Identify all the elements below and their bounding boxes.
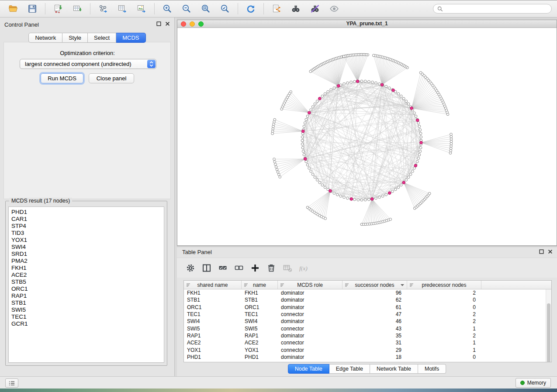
export-table-button[interactable] — [114, 2, 130, 15]
tab-edge-table[interactable]: Edge Table — [329, 364, 370, 374]
memory-button[interactable]: Memory — [515, 378, 551, 388]
close-panel-icon[interactable] — [165, 21, 170, 26]
network-graph[interactable] — [177, 28, 557, 245]
tab-motifs[interactable]: Motifs — [418, 364, 446, 374]
close-panel-icon[interactable] — [548, 249, 553, 254]
table-row-yox1[interactable]: YOX1YOX1connector291 — [184, 346, 551, 353]
zoom-fit-content-button[interactable] — [198, 2, 214, 15]
table-row-swi4[interactable]: SWI4SWI4dominator462 — [184, 318, 551, 325]
zoom-out-button[interactable] — [179, 2, 194, 15]
tab-network-table[interactable]: Network Table — [370, 364, 418, 374]
column-header-successor-nodes[interactable]: successor nodes — [343, 281, 407, 289]
save-session-button[interactable] — [24, 2, 40, 15]
column-header-shared-name[interactable]: shared name — [184, 281, 242, 289]
mcds-result-node[interactable]: PHD1 — [9, 209, 164, 216]
mcds-result-node[interactable]: SWI4 — [9, 244, 164, 251]
search-input[interactable] — [446, 5, 547, 12]
mcds-result-node[interactable]: SRD1 — [9, 251, 164, 258]
network-canvas[interactable] — [177, 28, 557, 245]
deselect-all-button[interactable] — [234, 261, 244, 275]
table-row-tec1[interactable]: TEC1TEC1connector472 — [184, 311, 551, 318]
cell-predecessor: 0 — [407, 297, 481, 303]
mcds-result-node[interactable]: ORC1 — [9, 285, 164, 292]
delete-entry-button[interactable] — [266, 261, 276, 275]
open-session-button[interactable] — [5, 2, 21, 15]
column-sort-icon — [409, 283, 414, 287]
tab-style[interactable]: Style — [62, 33, 88, 43]
table-row-phd1[interactable]: PHD1PHD1dominator180 — [184, 354, 551, 361]
mcds-result-node[interactable]: TID3 — [9, 230, 164, 237]
mcds-result-list[interactable]: PHD1CAR1STP4TID3YOX1SWI4SRD1PMA2FKH1ACE2… — [8, 206, 164, 363]
mcds-result-node[interactable]: YOX1 — [9, 237, 164, 244]
cell-name: STB1 — [242, 297, 278, 303]
window-minimize-button[interactable] — [190, 21, 195, 27]
mcds-result-node[interactable]: CAR1 — [9, 216, 164, 223]
table-row-swi5[interactable]: SWI5SWI5connector431 — [184, 325, 551, 332]
tab-select[interactable]: Select — [88, 33, 116, 43]
cell-mcds_role: dominator — [278, 290, 343, 296]
mcds-result-node[interactable]: STB1 — [9, 299, 164, 306]
export-image-icon — [136, 3, 147, 14]
table-row-rap1[interactable]: RAP1RAP1dominator352 — [184, 332, 551, 339]
global-search[interactable] — [433, 4, 552, 14]
mcds-result-node[interactable]: GCR1 — [9, 320, 164, 327]
mcds-result-node[interactable]: ACE2 — [9, 272, 164, 279]
mcds-result-node[interactable]: FKH1 — [9, 265, 164, 272]
table-row-stb1[interactable]: STB1STB1dominator620 — [184, 296, 551, 303]
show-columns-button[interactable] — [202, 261, 211, 275]
table-row-orc1[interactable]: ORC1ORC1dominator610 — [184, 304, 551, 311]
status-bar: Memory — [0, 376, 557, 389]
table-settings-button[interactable] — [186, 261, 195, 275]
table-header-row: shared namenameMCDS rolesuccessor nodesp… — [184, 281, 551, 289]
delete-table-button[interactable] — [283, 261, 292, 275]
import-table-from-file-button[interactable] — [69, 2, 85, 15]
float-panel-icon[interactable] — [156, 21, 161, 26]
list-icon — [8, 380, 15, 386]
toolbar-separator — [45, 3, 45, 14]
column-header-mcds-role[interactable]: MCDS role — [278, 281, 343, 289]
network-window-titlebar[interactable]: YPA_prune.txt_1 — [177, 20, 557, 28]
table-panel: Table Panel f(x) shared namenameMCDS rol… — [177, 247, 557, 376]
apply-function-button[interactable]: f(x) — [299, 261, 312, 275]
import-network-from-file-button[interactable] — [50, 2, 66, 15]
task-history-button[interactable] — [5, 378, 18, 388]
cell-name: FKH1 — [242, 290, 278, 296]
apply-preferred-layout-button[interactable] — [243, 2, 259, 15]
tab-network[interactable]: Network — [28, 33, 62, 43]
mcds-result-node[interactable]: TEC1 — [9, 313, 164, 320]
hide-selected-button[interactable] — [307, 2, 323, 15]
close-panel-button[interactable]: Close panel — [89, 73, 134, 83]
table-row-ace2[interactable]: ACE2ACE2connector311 — [184, 339, 551, 346]
mcds-result-node[interactable]: SWI5 — [9, 306, 164, 313]
mcds-result-node[interactable]: STP4 — [9, 223, 164, 230]
run-mcds-button[interactable]: Run MCDS — [41, 73, 83, 83]
table-row-fkh1[interactable]: FKH1FKH1dominator962 — [184, 289, 551, 296]
show-graphics-details-button[interactable] — [326, 2, 342, 15]
mcds-result-node[interactable]: STB5 — [9, 279, 164, 285]
column-header-predecessor-nodes[interactable]: predecessor nodes — [407, 281, 481, 289]
export-document-button[interactable] — [269, 2, 284, 15]
select-all-button[interactable] — [218, 261, 228, 275]
tab-node-table[interactable]: Node Table — [288, 364, 329, 374]
export-network-button[interactable] — [95, 2, 111, 15]
column-header-name[interactable]: name — [242, 281, 278, 289]
column-sort-icon — [186, 283, 190, 287]
export-image-button[interactable] — [134, 2, 149, 15]
show-columns-icon — [202, 263, 211, 273]
network-nodes[interactable] — [271, 53, 453, 226]
tab-mcds[interactable]: MCDS — [116, 33, 145, 43]
mcds-result-node[interactable]: PMA2 — [9, 258, 164, 265]
add-entry-button[interactable] — [250, 261, 260, 275]
zoom-in-button[interactable] — [159, 2, 175, 15]
import-network-from-file-icon — [53, 3, 63, 14]
window-close-button[interactable] — [181, 21, 186, 27]
cell-successor: 35 — [343, 333, 407, 339]
criterion-select[interactable]: largest connected component (undirected) — [20, 59, 156, 69]
table-scrollbar[interactable] — [546, 289, 551, 362]
window-zoom-button[interactable] — [198, 21, 204, 27]
mcds-result-node[interactable]: RAP1 — [9, 292, 164, 299]
float-panel-icon[interactable] — [539, 249, 544, 254]
search-network-button[interactable] — [288, 2, 304, 15]
zoom-selected-region-button[interactable] — [217, 2, 233, 15]
scrollbar-thumb[interactable] — [547, 303, 550, 362]
